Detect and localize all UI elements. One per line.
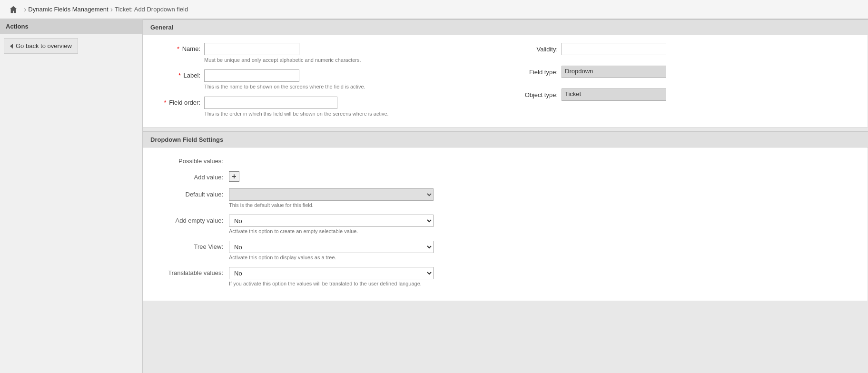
validity-row: Validity: valid: [515, 43, 858, 55]
sidebar: Actions Go back to overview: [0, 19, 143, 373]
label-input[interactable]: [204, 69, 299, 82]
general-section-header: General: [143, 19, 868, 35]
translatable-field: No Yes If you activate this option the v…: [229, 267, 858, 286]
field-order-required-star: *: [164, 99, 167, 106]
field-order-row: * Field order: 85 This is the order in w…: [153, 97, 496, 118]
general-form-right: Validity: valid Field type: Dropdown Obj…: [515, 43, 858, 118]
translatable-row: Translatable values: No Yes If you activ…: [153, 267, 858, 286]
field-type-row: Field type: Dropdown: [515, 66, 858, 78]
add-value-field: +: [229, 171, 858, 182]
field-order-input[interactable]: 85: [204, 97, 337, 109]
possible-values-row: Possible values:: [153, 155, 858, 165]
object-type-label: Object type:: [515, 91, 558, 98]
content-area: General * Name: Must be: [143, 19, 868, 373]
default-value-hint: This is the default value for this field…: [229, 202, 858, 208]
dropdown-section: Dropdown Field Settings Possible values:…: [143, 131, 868, 301]
add-empty-select[interactable]: No Yes: [229, 215, 434, 227]
label-field: This is the name to be shown on the scre…: [204, 69, 496, 90]
dropdown-section-body: Possible values: Add value: + Default va…: [143, 147, 868, 301]
sidebar-title: Actions: [0, 19, 142, 34]
possible-values-label: Possible values:: [153, 155, 229, 165]
translatable-hint: If you activate this option the values w…: [229, 281, 858, 286]
default-value-field: This is the default value for this field…: [229, 188, 858, 208]
breadcrumb-dynamic-fields[interactable]: Dynamic Fields Management: [28, 6, 108, 13]
add-empty-row: Add empty value: No Yes Activate this op…: [153, 215, 858, 234]
name-required-star: *: [177, 45, 179, 52]
breadcrumb: › Dynamic Fields Management › Ticket: Ad…: [0, 0, 868, 19]
breadcrumb-sep-1: ›: [24, 5, 26, 14]
object-type-row: Object type: Ticket: [515, 88, 858, 101]
label-hint: This is the name to be shown on the scre…: [204, 83, 496, 90]
field-type-display: Dropdown: [562, 66, 666, 78]
general-form-left: * Name: Must be unique and only accept a…: [153, 43, 496, 118]
label-label: * Label:: [153, 69, 200, 79]
add-value-button[interactable]: +: [229, 171, 239, 182]
add-value-row: Add value: +: [153, 171, 858, 182]
name-field: Must be unique and only accept alphabeti…: [204, 43, 496, 64]
name-label: * Name:: [153, 43, 200, 52]
breadcrumb-current: Ticket: Add Dropdown field: [115, 6, 188, 13]
object-type-display: Ticket: [562, 88, 666, 101]
go-back-button[interactable]: Go back to overview: [4, 38, 78, 54]
default-value-row: Default value: This is the default value…: [153, 188, 858, 208]
add-empty-field: No Yes Activate this option to create an…: [229, 215, 858, 234]
validity-input[interactable]: valid: [562, 43, 666, 55]
translatable-label: Translatable values:: [153, 267, 229, 276]
go-back-label: Go back to overview: [16, 42, 72, 49]
main-layout: Actions Go back to overview General *: [0, 19, 868, 373]
home-button[interactable]: [5, 1, 22, 18]
tree-view-select[interactable]: No Yes: [229, 241, 434, 253]
label-required-star: *: [178, 72, 181, 79]
translatable-select[interactable]: No Yes: [229, 267, 434, 279]
general-section-body: * Name: Must be unique and only accept a…: [143, 35, 868, 128]
breadcrumb-sep-2: ›: [110, 5, 113, 14]
name-row: * Name: Must be unique and only accept a…: [153, 43, 496, 64]
field-order-hint: This is the order in which this field wi…: [204, 110, 496, 118]
add-empty-hint: Activate this option to create an empty …: [229, 228, 858, 234]
field-order-field: 85 This is the order in which this field…: [204, 97, 496, 118]
default-value-label: Default value:: [153, 188, 229, 198]
field-order-label: * Field order:: [153, 97, 200, 106]
general-form-grid: * Name: Must be unique and only accept a…: [153, 43, 858, 118]
tree-view-row: Tree View: No Yes Activate this option t…: [153, 241, 858, 260]
arrow-left-icon: [10, 44, 13, 49]
tree-view-field: No Yes Activate this option to display v…: [229, 241, 858, 260]
add-empty-label: Add empty value:: [153, 215, 229, 224]
default-value-select[interactable]: [229, 188, 434, 201]
add-value-label: Add value:: [153, 171, 229, 181]
dropdown-section-header: Dropdown Field Settings: [143, 131, 868, 147]
name-input[interactable]: [204, 43, 299, 55]
tree-view-label: Tree View:: [153, 241, 229, 250]
tree-view-hint: Activate this option to display values a…: [229, 255, 858, 260]
name-hint: Must be unique and only accept alphabeti…: [204, 57, 496, 64]
general-section: General * Name: Must be: [143, 19, 868, 128]
validity-label: Validity:: [515, 46, 558, 53]
field-type-label: Field type:: [515, 69, 558, 76]
label-row: * Label: This is the name to be shown on…: [153, 69, 496, 90]
